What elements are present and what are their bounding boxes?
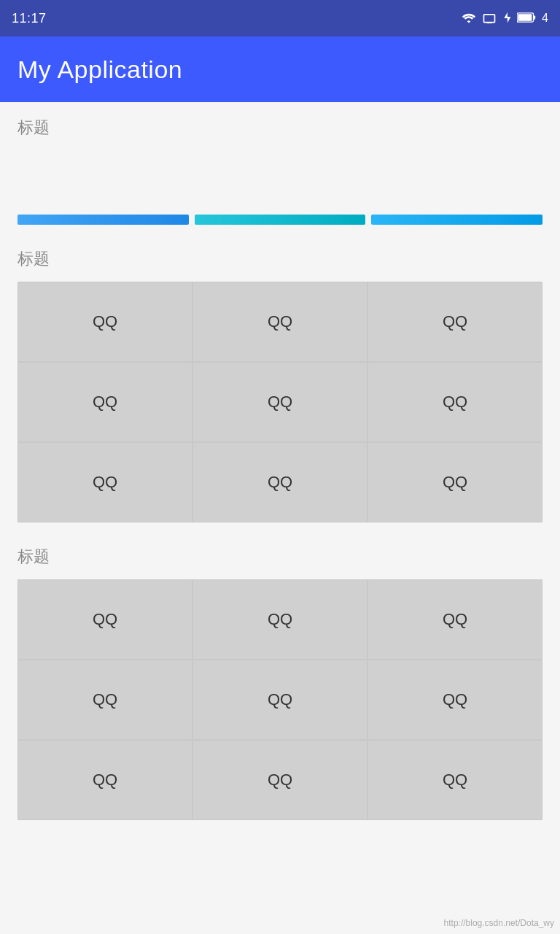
grid-item[interactable]: QQ xyxy=(192,442,368,522)
grid-item[interactable]: QQ xyxy=(368,442,542,522)
app-bar: My Application xyxy=(0,36,560,102)
battery-level: 4 xyxy=(542,12,548,25)
wifi-icon xyxy=(462,12,476,26)
grid-item[interactable]: QQ xyxy=(368,740,542,820)
grid-1: QQ QQ QQ QQ QQ QQ QQ QQ QQ xyxy=(18,282,542,522)
progress-bars xyxy=(18,215,542,225)
grid-item[interactable]: QQ xyxy=(18,282,192,362)
grid-item[interactable]: QQ xyxy=(368,660,542,740)
progress-bar-3 xyxy=(371,215,542,225)
grid-item[interactable]: QQ xyxy=(192,740,368,820)
grid-item[interactable]: QQ xyxy=(18,579,192,660)
section-1: 标题 xyxy=(18,117,542,225)
status-time: 11:17 xyxy=(12,11,47,26)
grid-item[interactable]: QQ xyxy=(368,282,542,362)
section-3: 标题 QQ QQ QQ QQ QQ QQ QQ QQ QQ xyxy=(18,546,542,820)
progress-bar-1 xyxy=(18,215,189,225)
screen-icon xyxy=(482,12,497,26)
progress-bar-2 xyxy=(195,215,366,225)
status-icons: 4 xyxy=(462,11,548,26)
status-bar: 11:17 4 xyxy=(0,0,560,36)
grid-item[interactable]: QQ xyxy=(192,579,368,660)
section-2: 标题 QQ QQ QQ QQ QQ QQ QQ QQ QQ xyxy=(18,248,542,522)
grid-item[interactable]: QQ xyxy=(192,362,368,442)
grid-item[interactable]: QQ xyxy=(18,442,192,522)
empty-space-1 xyxy=(18,150,542,209)
svg-rect-2 xyxy=(518,14,532,21)
watermark: http://blog.csdn.net/Dota_wy xyxy=(444,918,554,928)
lightning-icon xyxy=(502,11,511,26)
app-title: My Application xyxy=(18,55,182,84)
section-2-title: 标题 xyxy=(18,248,542,270)
grid-item[interactable]: QQ xyxy=(368,579,542,660)
main-content: 标题 标题 QQ QQ QQ QQ QQ QQ QQ QQ QQ 标题 QQ Q… xyxy=(0,102,560,858)
svg-rect-1 xyxy=(534,15,536,19)
grid-2: QQ QQ QQ QQ QQ QQ QQ QQ QQ xyxy=(18,579,542,820)
grid-item[interactable]: QQ xyxy=(192,660,368,740)
grid-item[interactable]: QQ xyxy=(368,362,542,442)
section-1-title: 标题 xyxy=(18,117,542,139)
grid-item[interactable]: QQ xyxy=(192,282,368,362)
section-3-title: 标题 xyxy=(18,546,542,568)
grid-item[interactable]: QQ xyxy=(18,740,192,820)
battery-icon xyxy=(517,12,536,26)
grid-item[interactable]: QQ xyxy=(18,660,192,740)
grid-item[interactable]: QQ xyxy=(18,362,192,442)
